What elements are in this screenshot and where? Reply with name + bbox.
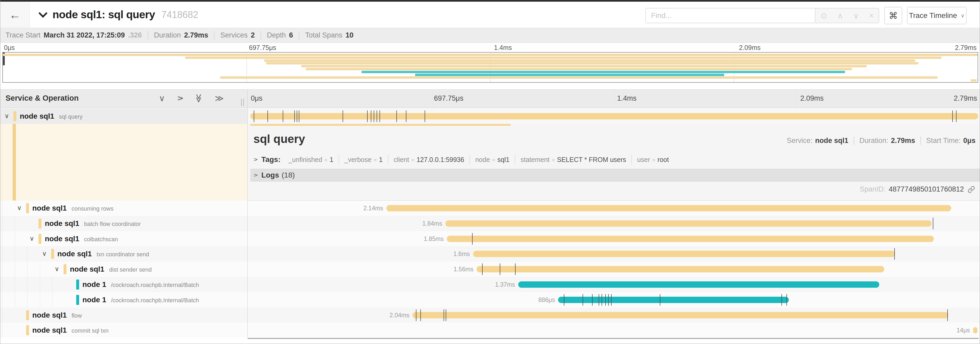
minimap-canvas[interactable] <box>2 52 978 83</box>
back-button[interactable]: ← <box>0 2 30 28</box>
minimap-span-bar <box>185 56 942 59</box>
indent-guide <box>15 277 15 292</box>
panel-resize-gripper[interactable] <box>240 99 245 106</box>
indent-guide <box>15 246 15 262</box>
span-duration-label: 1.56ms <box>453 266 473 273</box>
span-bar[interactable] <box>477 266 884 272</box>
expander-chevron-icon[interactable]: ∨ <box>30 235 34 242</box>
trace-title-wrap[interactable]: node sql1: sql query 7418682 <box>40 2 198 28</box>
span-bar[interactable] <box>250 113 978 119</box>
minimap-span-bar <box>264 59 915 62</box>
time-tick-label: 2.79ms <box>954 94 977 102</box>
chevron-right-icon: ∨ <box>252 173 259 177</box>
log-marker <box>500 263 500 275</box>
trace-meta-bar: Trace StartMarch 31 2022, 17:25:09.326Du… <box>0 28 980 43</box>
timeline-bar-row: 2.04ms <box>248 307 980 323</box>
tree-row[interactable]: node sql1batch flow coordinator <box>0 216 247 231</box>
log-marker <box>446 309 446 321</box>
log-marker <box>444 309 444 321</box>
meta-value: 2.79ms <box>184 31 208 39</box>
operation-name: consuming rows <box>72 205 113 212</box>
tree-row[interactable]: ∨node sql1dist sender send <box>0 262 247 277</box>
link-icon[interactable] <box>967 186 975 193</box>
span-bar[interactable] <box>387 205 951 211</box>
tree-row[interactable]: node sql1flow <box>0 307 247 323</box>
timeline-track: 1.56ms <box>250 262 978 277</box>
log-marker <box>611 294 612 306</box>
meta-item: Trace StartMarch 31 2022, 17:25:09.326 <box>6 31 142 39</box>
expand-all-icon[interactable]: ≫ <box>215 93 224 103</box>
keyboard-shortcuts-button[interactable]: ⌘ <box>884 7 902 24</box>
span-duration-label: 14μs <box>956 327 970 334</box>
tree-row[interactable]: node sql1commit sql txn <box>0 323 247 338</box>
span-duration-label: 2.04ms <box>390 312 409 319</box>
span-duration-label: 886μs <box>538 296 555 304</box>
meta-value: 6 <box>289 31 293 39</box>
prev-match-icon[interactable]: ∧ <box>837 11 843 20</box>
chevron-down-icon[interactable] <box>38 9 48 18</box>
tag-item: _unfinished=1 <box>283 155 339 165</box>
log-marker <box>299 110 299 122</box>
timeline-track: 886μs <box>250 292 978 307</box>
top-nav: ← node sql1: sql query 7418682 ⊙ ∧ ∨ × ⌘… <box>0 2 980 28</box>
service-color-chip <box>26 310 29 320</box>
span-id-row: SpanID: 4877749850101760812 <box>860 185 975 194</box>
expand-one-icon[interactable]: ∨ <box>175 95 185 101</box>
command-icon: ⌘ <box>889 10 898 21</box>
service-color-chip <box>13 111 16 121</box>
tags-accordion[interactable]: ∨ Tags: _unfinished=1_verbose=1client=12… <box>250 150 980 169</box>
span-bar[interactable] <box>412 312 948 318</box>
operation-name: txn coordinator send <box>97 251 149 258</box>
target-icon[interactable]: ⊙ <box>821 11 827 20</box>
log-marker <box>601 294 602 306</box>
horizontal-scrollbar[interactable] <box>248 338 979 339</box>
next-match-icon[interactable]: ∨ <box>853 11 859 20</box>
span-id-label: SpanID: <box>860 185 886 194</box>
tree-row[interactable]: ∨node sql1sql query <box>0 109 247 124</box>
collapse-all-icon[interactable]: ≫ <box>194 94 204 103</box>
collapse-one-icon[interactable]: ∨ <box>159 93 165 103</box>
span-bar[interactable] <box>558 297 789 303</box>
span-bar[interactable] <box>973 327 978 333</box>
timeline-track: 1.37ms <box>250 277 978 292</box>
minimap-span-bar <box>306 68 852 70</box>
log-marker <box>599 294 599 306</box>
time-tick-label: 0μs <box>251 94 262 102</box>
expander-chevron-icon[interactable]: ∨ <box>17 204 22 212</box>
span-bar[interactable] <box>445 220 932 227</box>
service-name: node sql1batch flow coordinator <box>45 219 141 228</box>
log-marker <box>564 294 564 306</box>
timeline-track: 1.6ms <box>250 246 978 262</box>
service-color-chip <box>26 325 29 335</box>
span-duration-label: 1.85ms <box>424 235 444 243</box>
log-marker <box>952 110 953 122</box>
tag-item: user=root <box>632 155 674 165</box>
service-color-chip <box>76 280 79 290</box>
span-duration-label: 1.37ms <box>495 281 515 288</box>
tree-row[interactable]: ∨node sql1consuming rows <box>0 200 247 216</box>
tree-row[interactable]: node 1/cockroach.roachpb.Internal/Batch <box>0 292 247 307</box>
time-tick-label: 2.09ms <box>800 94 824 102</box>
log-marker <box>482 263 483 275</box>
meta-value: 10 <box>345 31 353 39</box>
clear-search-icon[interactable]: × <box>869 11 874 20</box>
logs-accordion[interactable]: ∨ Logs (18) <box>250 169 980 181</box>
expander-chevron-icon[interactable]: ∨ <box>42 250 47 258</box>
span-bar[interactable] <box>518 282 879 288</box>
tree-collapse-controls: ∨ ∨ ≫ ≫ <box>159 93 224 103</box>
find-input[interactable] <box>646 11 815 20</box>
span-bar[interactable] <box>447 236 934 242</box>
trace-view-selector[interactable]: Trace Timeline ∨ <box>907 7 967 24</box>
tree-row[interactable]: node 1/cockroach.roachpb.Internal/Batch <box>0 277 247 292</box>
tree-row[interactable]: ∨node sql1txn coordinator send <box>0 246 247 262</box>
tree-row[interactable]: ∨node sql1colbatchscan <box>0 231 247 246</box>
operation-name: batch flow coordinator <box>84 221 141 227</box>
indent-guide <box>27 262 27 277</box>
expander-chevron-icon[interactable]: ∨ <box>54 265 59 273</box>
span-bar[interactable] <box>473 251 895 257</box>
service-color-chip <box>38 219 41 229</box>
panel-divider[interactable] <box>247 89 248 338</box>
log-marker <box>605 294 606 306</box>
span-duration-label: 1.6ms <box>453 250 470 258</box>
expander-chevron-icon[interactable]: ∨ <box>5 112 9 120</box>
